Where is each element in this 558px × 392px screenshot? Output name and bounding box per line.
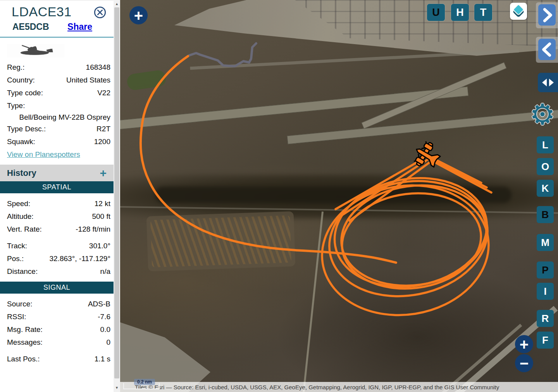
signal-row: Msg. Rate:0.0 [7,323,110,336]
pond [126,69,167,91]
hex-code: AE5DCB [12,22,49,32]
storage-yards [146,211,296,271]
aircraft-icon [410,138,444,173]
signal-section-header: SIGNAL [0,282,114,294]
info-row: Type code:V22 [7,86,110,99]
rail-button-m[interactable]: M [537,234,554,251]
zoom-in-button[interactable]: + [515,335,533,353]
chevron-right-icon [538,4,556,26]
rail-button-k[interactable]: K [537,180,554,197]
spatial-rows: Speed:12 kt Altitude:500 ft Vert. Rate:-… [0,193,114,278]
mode-button-u[interactable]: U [427,4,445,21]
settings-gear-icon[interactable]: ⚙ [530,100,555,129]
sidebar-subheader: AE5DCB Share [0,19,114,32]
spatial-row: Vert. Rate:-128 ft/min [7,223,110,236]
osprey-silhouette-icon [10,45,61,57]
industrial-area [120,321,210,392]
road [302,211,324,392]
signal-row-lastpos: Last Pos.:1.1 s [7,352,110,365]
info-type-value: Bell/Boeing MV-22B Osprey [7,112,110,122]
info-row: Type Desc.:R2T [7,122,110,135]
flight-tracker-app: LDACE31 AE5DCB Share [0,0,558,392]
left-right-arrows-icon [541,77,555,88]
panel-collapse-button[interactable] [536,37,558,63]
info-row: Reg.:168348 [7,61,110,74]
map-attribution: Tiles © Esri — Source: Esri, i-cubed, US… [120,382,558,392]
rail-button-l[interactable]: L [537,136,554,153]
signal-row: Source:ADS-B [7,297,110,310]
info-row: Country:United States [7,74,110,86]
ground-track-path [189,43,256,66]
history-header: History + [0,165,114,181]
aircraft-info: Reg.:168348 Country:United States Type c… [0,59,114,161]
signal-row: Messages:0 [7,336,110,349]
aircraft-thumbnail [7,44,64,58]
spatial-section-header: SPATIAL [0,181,114,193]
planespotters-link[interactable]: View on Planespotters [7,148,80,161]
spatial-row: Pos.:32.863°, -117.129° [7,252,110,265]
spatial-row: Track:301.0° [7,239,110,252]
rail-button-b[interactable]: B [537,206,554,223]
rail-button-o[interactable]: O [537,158,554,175]
add-aircraft-button[interactable]: + [129,6,148,24]
close-icon[interactable] [93,6,107,19]
mode-button-h[interactable]: H [451,4,469,21]
spatial-row: Speed:12 kt [7,197,110,210]
minus-icon: − [520,356,529,371]
rail-button-i[interactable]: I [537,283,554,300]
info-row: Squawk:1200 [7,135,110,148]
zoom-out-button[interactable]: − [515,354,533,372]
signal-row: RSSI:-7.6 [7,310,110,323]
scroll-down-icon[interactable]: ▼ [114,385,120,391]
rail-button-p[interactable]: P [537,261,554,279]
panel-expand-button[interactable] [536,2,558,28]
scrollbar-thumb[interactable] [114,7,119,378]
map-scale-bar: 0.2 nm [123,383,160,389]
info-row-type-label: Type: [7,99,110,112]
signal-rows: Source:ADS-B RSSI:-7.6 Msg. Rate:0.0 Mes… [0,294,114,365]
taxiway [190,50,519,70]
plus-icon: + [520,337,529,352]
airport-apron [174,0,558,56]
spatial-row: Distance:n/a [7,265,110,278]
scale-label: 0.2 nm [134,379,155,385]
rail-button-f[interactable]: F [537,332,554,349]
spatial-row: Altitude:500 ft [7,210,110,223]
rail-button-r[interactable]: R [537,310,554,327]
history-title: History [7,168,36,178]
plus-icon: + [134,8,143,23]
share-link[interactable]: Share [67,22,92,32]
scroll-up-icon[interactable]: ▲ [114,1,120,7]
chevron-left-icon [538,39,556,60]
layers-button[interactable] [510,3,527,20]
map-canvas[interactable]: + U H T ⚙ L O K B M P [120,0,558,392]
mode-button-t[interactable]: T [474,4,492,21]
header-divider [0,37,114,38]
sidebar-header: LDACE31 [0,0,114,19]
canyon-vegetation [155,187,512,203]
runway [287,109,558,144]
sidebar-scrollbar[interactable]: ▲ ▼ [114,0,120,392]
history-add-button[interactable]: + [100,167,107,179]
aircraft-detail-sidebar: LDACE31 AE5DCB Share [0,0,114,392]
sidebar-width-toggle-button[interactable] [538,73,558,92]
